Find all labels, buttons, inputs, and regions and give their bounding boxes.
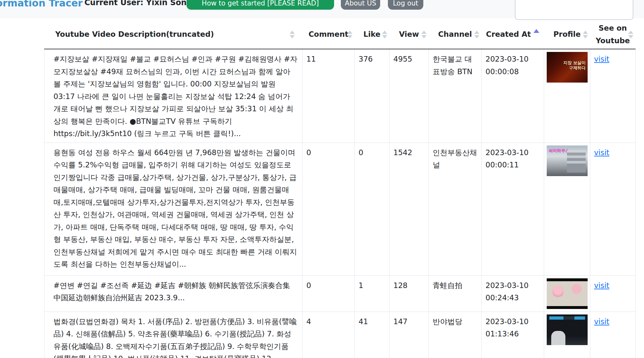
- visit-link[interactable]: visit: [594, 317, 609, 326]
- table-row: #연변 #연길 #조선족 #延边 #延吉 #朝鲜族 朝鲜民族管弦乐演奏合集 中国…: [44, 275, 636, 312]
- about-us-button[interactable]: About US: [341, 0, 380, 10]
- table-header-row: Youtube Video Description(truncated) Com…: [44, 20, 636, 49]
- how-to-get-started-button[interactable]: How to get started [PLEASE READ]: [187, 0, 334, 10]
- youtube-videos-table: Youtube Video Description(truncated) Com…: [44, 20, 636, 358]
- created-at: 2023-03-10 00:00:11: [482, 143, 544, 275]
- column-header-view-label: View: [399, 30, 419, 38]
- profile-cell: 지장 보살이 구제하다: [544, 49, 590, 143]
- see-on-youtube-cell: visit: [590, 49, 636, 143]
- sort-icon: [583, 31, 588, 38]
- column-header-profile[interactable]: Profile: [544, 20, 590, 49]
- visit-link[interactable]: visit: [594, 55, 609, 63]
- table-row: 용현동 여성 전용 하우스 월세 664만원 년 7,968만원 발생하는 건물…: [44, 143, 636, 275]
- like-count: 0: [355, 143, 389, 275]
- search-input[interactable]: [515, 0, 633, 20]
- profile-thumbnail: 지장 보살이 구제하다: [547, 52, 588, 83]
- column-header-like[interactable]: Like: [355, 20, 389, 49]
- view-count: 1542: [389, 143, 429, 275]
- channel-name: 한국불교 대표방송 BTN: [429, 49, 482, 143]
- table-row: #지장보살 #지장재일 #불교 #묘허스님 #인과 #구원 #김해원명사 #자모…: [44, 49, 636, 143]
- see-on-youtube-cell: visit: [590, 275, 636, 312]
- column-header-like-label: Like: [363, 30, 380, 38]
- sort-ascending-icon: [533, 29, 539, 33]
- created-at: 2023-03-10 01:13:46: [482, 312, 544, 358]
- channel-name: 青蛙自拍: [429, 275, 482, 312]
- app-viewport: Information Tracer Current User: Yixin S…: [0, 0, 644, 358]
- comment-count: 4: [303, 312, 355, 358]
- profile-thumbnail: 써머하우스: [547, 145, 588, 176]
- profile-thumbnail: [547, 314, 588, 345]
- brand-logo[interactable]: Information Tracer: [0, 0, 83, 9]
- sort-icon: [474, 31, 479, 38]
- column-header-created-at-label: Created At: [486, 30, 531, 38]
- like-count: 41: [355, 312, 389, 358]
- current-user-label: Current User: Yixin Song: [84, 0, 192, 7]
- view-count: 4955: [389, 49, 429, 143]
- video-description: 용현동 여성 전용 하우스 월세 664만원 년 7,968만원 발생하는 건물…: [44, 143, 303, 275]
- column-header-view[interactable]: View: [389, 20, 429, 49]
- view-count: 128: [389, 275, 429, 312]
- column-header-description[interactable]: Youtube Video Description(truncated): [44, 20, 303, 49]
- log-out-button[interactable]: Log out: [388, 0, 423, 10]
- profile-cell: 써머하우스: [544, 143, 590, 275]
- created-at: 2023-03-10 00:00:08: [482, 49, 544, 143]
- video-description: 법화경(묘법연화경) 목차 1. 서품(序品) 2. 방편품(方便品) 3. 비…: [44, 312, 303, 358]
- profile-cell: [544, 312, 590, 358]
- column-header-see-on-youtube-label: See on Youtube: [596, 24, 630, 45]
- column-header-channel-label: Channel: [438, 30, 472, 38]
- comment-count: 0: [303, 275, 355, 312]
- like-count: 376: [355, 49, 389, 143]
- column-header-comment-label: Comment: [309, 30, 349, 38]
- sort-icon: [347, 31, 352, 38]
- see-on-youtube-cell: visit: [590, 312, 636, 358]
- video-description: #지장보살 #지장재일 #불교 #묘허스님 #인과 #구원 #김해원명사 #자모…: [44, 49, 303, 143]
- visit-link[interactable]: visit: [594, 148, 609, 157]
- column-header-channel[interactable]: Channel: [429, 20, 482, 49]
- comment-count: 0: [303, 143, 355, 275]
- thumbnail-caption: 써머하우스: [549, 148, 570, 176]
- table-row: 법화경(묘법연화경) 목차 1. 서품(序品) 2. 방편품(方便品) 3. 비…: [44, 312, 636, 358]
- column-header-see-on-youtube[interactable]: See on Youtube: [590, 20, 636, 49]
- like-count: 1: [355, 275, 389, 312]
- channel-name: 인천부동산채널: [429, 143, 482, 275]
- visit-link[interactable]: visit: [594, 281, 609, 290]
- profile-thumbnail: [547, 278, 588, 309]
- sort-icon: [421, 31, 427, 38]
- thumbnail-caption: 지장 보살이 구제하다: [563, 60, 586, 83]
- channel-name: 반야법당: [429, 312, 482, 358]
- created-at: 2023-03-10 00:24:43: [482, 275, 544, 312]
- sort-icon: [382, 31, 387, 38]
- video-description: #연변 #연길 #조선족 #延边 #延吉 #朝鲜族 朝鲜民族管弦乐演奏合集 中国…: [44, 275, 303, 312]
- profile-cell: [544, 275, 590, 312]
- column-header-profile-label: Profile: [553, 30, 581, 38]
- see-on-youtube-cell: visit: [590, 143, 636, 275]
- comment-count: 11: [303, 49, 355, 143]
- column-header-created-at[interactable]: Created At: [482, 20, 544, 49]
- column-header-comment[interactable]: Comment: [303, 20, 355, 49]
- view-count: 147: [389, 312, 429, 358]
- sort-icon: [290, 31, 295, 38]
- sort-icon: [628, 31, 633, 38]
- column-header-description-label: Youtube Video Description(truncated): [55, 30, 214, 38]
